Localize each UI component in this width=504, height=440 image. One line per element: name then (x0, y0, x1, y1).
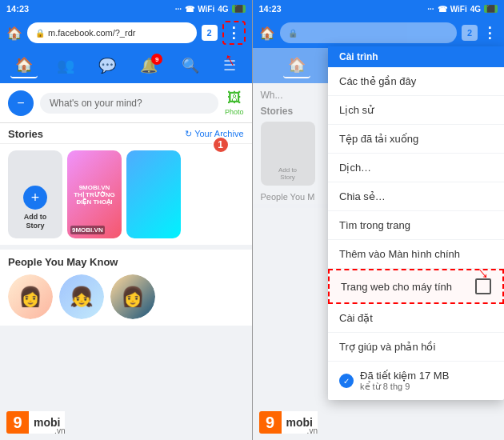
stories-title-left: Stories (8, 128, 43, 140)
dropdown-item-savings: ✓ Đã tiết kiệm 17 MB kể từ 8 thg 9 (328, 362, 504, 400)
status-bar-right: 14:23 ··· ☎ WiFi 4G ⬛ (253, 0, 505, 18)
story-img-2-left (126, 150, 181, 238)
person-avatar-1-left[interactable]: 👩 (8, 274, 53, 319)
home-btn-right[interactable]: 🏠 (259, 26, 275, 41)
menu-dots-right[interactable]: ⋮ (482, 24, 498, 42)
photo-icon-left: 🖼 (227, 90, 242, 106)
post-box-left: − What's on your mind? 🖼 Photo (0, 83, 252, 123)
lock-icon-left: 🔒 (35, 29, 45, 38)
dropdown-item-history[interactable]: Lịch sử (328, 96, 504, 125)
browser-bar-right: 🏠 🔒 2 ⋮ (253, 18, 505, 48)
left-phone-panel: 14:23 ··· ☎ WiFi 4G ⬛ 🏠 🔒 m.facebook.com… (0, 0, 252, 440)
fb-nav-left: 🏠 👥 💬 🔔 9 🔍 ☰ (0, 48, 252, 83)
people-title-left: People You May Know (8, 256, 244, 268)
dropdown-item-share[interactable]: Chia sẻ… (328, 182, 504, 211)
watermark-vn-left: .vn (54, 426, 65, 435)
status-icons-right: ··· ☎ WiFi 4G ⬛ (427, 5, 498, 14)
savings-check-icon: ✓ (339, 374, 354, 388)
notification-badge-left: 9 (151, 54, 162, 65)
nav-messenger-left[interactable]: 💬 (94, 54, 121, 78)
url-bar-left[interactable]: 🔒 m.facebook.com/?_rdr (27, 22, 197, 43)
lock-icon-right: 🔒 (288, 29, 298, 38)
photo-label-left: Photo (225, 108, 244, 116)
nav-friends-left[interactable]: 👥 (52, 54, 79, 78)
savings-text: Đã tiết kiệm 17 MB kể từ 8 thg 9 (360, 370, 449, 392)
desktop-site-label: Trang web cho máy tính (341, 281, 452, 293)
story-add-plus-left: + (23, 186, 47, 210)
user-avatar-left: − (8, 90, 34, 116)
story-add-label-left: Add toStory (24, 213, 47, 230)
home-btn-left[interactable]: 🏠 (6, 26, 22, 41)
status-icons-left: ··· ☎ WiFi 4G ⬛ (175, 5, 246, 14)
watermark-right: 9 mobi .vn (259, 411, 318, 434)
person-avatar-3-left[interactable]: 👩 (110, 274, 155, 319)
nav-home-right: 🏠 (283, 53, 310, 78)
stories-row-left: + Add toStory 9MOBI.VNTHỊ TRƯỜNG ĐIỆN TH… (0, 144, 252, 245)
time-left: 14:23 (6, 4, 29, 14)
nav-search-left[interactable]: 🔍 (177, 54, 204, 78)
dropdown-item-downloads[interactable]: Tệp đã tải xuống (328, 125, 504, 154)
watermark-left: 9 mobi .vn (6, 411, 65, 434)
content-area-left: − What's on your mind? 🖼 Photo Stories ↻… (0, 83, 252, 440)
post-input-left[interactable]: What's on your mind? (40, 93, 218, 114)
savings-sub: kể từ 8 thg 9 (360, 382, 449, 392)
story-card-1-left[interactable]: 9MOBI.VNTHỊ TRƯỜNG ĐIỆN THOẠI 9MOBI.VN (67, 150, 122, 238)
tab-count-right[interactable]: 2 (462, 25, 478, 41)
watermark-9-right: 9 (259, 411, 282, 434)
people-avatars-left: 👩 👧 👩 (8, 274, 244, 319)
status-bar-left: 14:23 ··· ☎ WiFi 4G ⬛ (0, 0, 252, 18)
watermark-9-left: 9 (6, 411, 29, 434)
annotation-1: 1 (212, 136, 230, 154)
story-card-2-left[interactable] (126, 150, 181, 238)
bg-story-add-right: Add toStory (261, 122, 315, 186)
time-right: 14:23 (259, 4, 282, 14)
menu-dots-left[interactable]: ⋮ (222, 21, 246, 45)
post-placeholder-left: What's on your mind? (50, 98, 142, 109)
story-add-card-left[interactable]: + Add toStory (8, 150, 62, 238)
nav-notifications-left[interactable]: 🔔 9 (135, 54, 162, 78)
browser-bar-left: 🏠 🔒 m.facebook.com/?_rdr 2 ⋮ (0, 18, 252, 48)
people-section-left: People You May Know 👩 👧 👩 (0, 250, 252, 326)
photo-btn-left[interactable]: 🖼 Photo (225, 90, 244, 116)
dropdown-item-recent-tabs[interactable]: Các thẻ gần đây (328, 67, 504, 96)
story-logo-1-left: 9MOBI.VN (70, 226, 105, 234)
person-avatar-2-left[interactable]: 👧 (59, 274, 104, 319)
dropdown-item-translate[interactable]: Dịch… (328, 154, 504, 182)
watermark-vn-right: .vn (307, 426, 318, 435)
dropdown-item-help[interactable]: Trợ giúp và phản hồi (328, 333, 504, 362)
right-phone-panel: 14:23 ··· ☎ WiFi 4G ⬛ 🏠 🔒 2 ⋮ 🏠 👥 💬 Wh..… (253, 0, 505, 440)
url-text-left: m.facebook.com/?_rdr (48, 28, 135, 38)
dropdown-menu: Cài trình Các thẻ gần đây Lịch sử Tệp đã… (328, 46, 504, 400)
dropdown-item-find[interactable]: Tìm trong trang (328, 211, 504, 240)
tab-count-left[interactable]: 2 (202, 25, 218, 41)
dropdown-header: Cài trình (328, 46, 504, 67)
dropdown-item-settings[interactable]: Cài đặt (328, 304, 504, 333)
savings-main: Đã tiết kiệm 17 MB (360, 370, 449, 382)
nav-home-left[interactable]: 🏠 (10, 53, 38, 78)
url-bar-right[interactable]: 🔒 (280, 22, 458, 43)
